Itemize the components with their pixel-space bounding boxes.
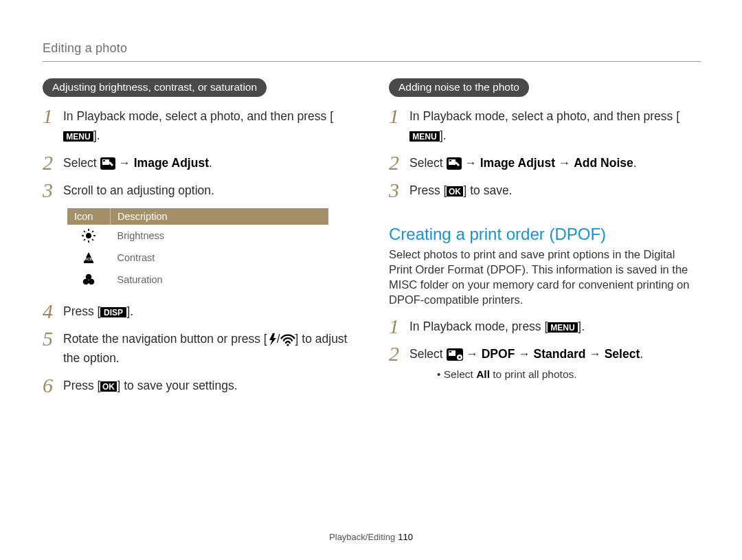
- breadcrumb: Editing a photo: [43, 41, 701, 56]
- contrast-icon: [82, 251, 95, 265]
- step-5: 5Rotate the navigation button or press […: [43, 329, 355, 368]
- divider: [43, 61, 701, 62]
- menu-icon: [409, 131, 440, 142]
- topic-pill-adjust: Adjusting brightness, contrast, or satur…: [43, 78, 267, 97]
- brightness-icon: [82, 229, 95, 243]
- step-6: 6Press [] to save your settings.: [43, 376, 355, 395]
- th-icon: Icon: [67, 208, 111, 225]
- step-2: 2Select → Image Adjust → Add Noise.: [389, 153, 701, 172]
- ok-icon: [100, 381, 117, 392]
- step-2: 2Select → Image Adjust.: [43, 153, 355, 172]
- step-2: 2Select → DPOF → Standard → Select. • Se…: [389, 344, 701, 384]
- edit-icon: [447, 157, 462, 170]
- section-title-dpof: Creating a print order (DPOF): [389, 225, 701, 244]
- ok-icon: [447, 186, 463, 197]
- saturation-icon: [82, 273, 95, 287]
- menu-icon: [548, 322, 578, 333]
- edit-icon: [100, 157, 115, 170]
- disp-icon: [100, 306, 126, 318]
- table-row: Brightness: [67, 225, 328, 247]
- edit-gear-icon: [447, 348, 463, 361]
- wifi-icon: [280, 333, 295, 346]
- sub-bullet: • Select All to print all photos.: [437, 365, 701, 384]
- table-row: Contrast: [67, 247, 328, 269]
- step-3: 3Scroll to an adjusting option.: [43, 181, 355, 200]
- page-footer: Playback/Editing110: [0, 532, 742, 542]
- section-intro: Select photos to print and save print op…: [389, 247, 701, 307]
- topic-pill-noise: Adding noise to the photo: [389, 78, 529, 97]
- step-3: 3Press [] to save.: [389, 181, 701, 200]
- flash-icon: [267, 333, 277, 346]
- step-1: 1In Playback mode, select a photo, and t…: [43, 107, 355, 145]
- menu-icon: [63, 131, 93, 142]
- step-4: 4Press [].: [43, 302, 355, 321]
- step-1: 1In Playback mode, press [].: [389, 317, 701, 336]
- table-row: Saturation: [67, 269, 328, 291]
- options-table: IconDescription Brightness Contrast Satu…: [67, 208, 328, 291]
- th-desc: Description: [111, 208, 329, 225]
- step-1: 1In Playback mode, select a photo, and t…: [389, 107, 701, 145]
